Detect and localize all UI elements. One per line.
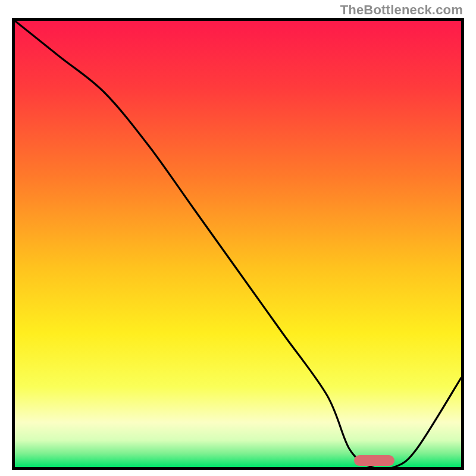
bottleneck-chart: TheBottleneck.com (0, 0, 476, 476)
watermark-label: TheBottleneck.com (340, 2, 463, 18)
optimal-range-marker (354, 455, 394, 466)
plot-frame (12, 18, 464, 470)
curve (15, 21, 461, 467)
